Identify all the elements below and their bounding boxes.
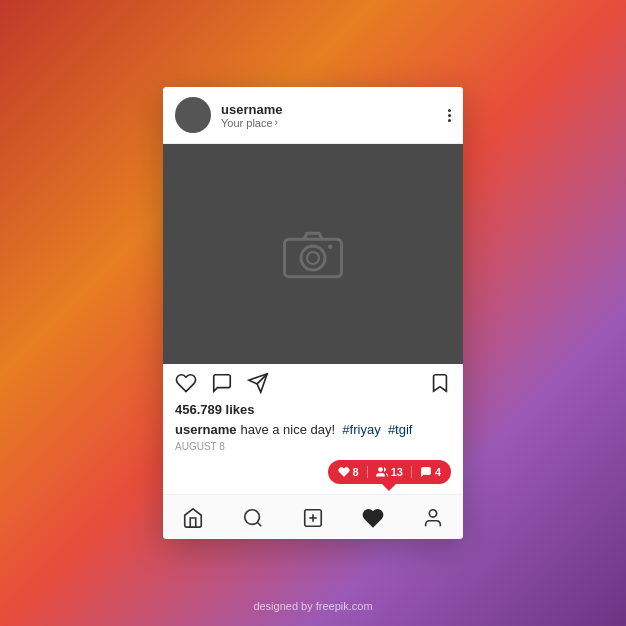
more-options-button[interactable] bbox=[448, 109, 451, 122]
post-location: Your place › bbox=[221, 117, 448, 129]
hashtag-tgif[interactable]: #tgif bbox=[388, 422, 413, 437]
svg-point-1 bbox=[301, 246, 325, 270]
avatar[interactable] bbox=[175, 97, 211, 133]
share-button[interactable] bbox=[247, 372, 269, 394]
likes-section: 456.789 likes bbox=[163, 398, 463, 420]
followers-notification-count: 13 bbox=[391, 466, 403, 478]
caption-username[interactable]: username bbox=[175, 422, 236, 437]
camera-icon bbox=[283, 222, 343, 286]
likes-count[interactable]: 456.789 likes bbox=[175, 402, 255, 417]
post-username[interactable]: username bbox=[221, 102, 448, 117]
post-header: username Your place › bbox=[163, 87, 463, 144]
notification-area: 8 13 4 bbox=[163, 460, 463, 494]
hashtag-friyay[interactable]: #friyay bbox=[342, 422, 380, 437]
followers-notification: 13 bbox=[376, 466, 403, 478]
nav-home-button[interactable] bbox=[178, 503, 208, 533]
likes-notification: 8 bbox=[338, 466, 359, 478]
chevron-right-icon: › bbox=[275, 117, 278, 128]
post-image-area bbox=[163, 144, 463, 364]
post-date: august 8 bbox=[163, 439, 463, 460]
comments-notification: 4 bbox=[420, 466, 441, 478]
watermark: designed by freepik.com bbox=[253, 600, 372, 612]
comments-notification-count: 4 bbox=[435, 466, 441, 478]
nav-profile-button[interactable] bbox=[418, 503, 448, 533]
nav-add-button[interactable] bbox=[298, 503, 328, 533]
svg-point-7 bbox=[245, 510, 260, 525]
like-button[interactable] bbox=[175, 372, 197, 394]
svg-point-3 bbox=[328, 245, 333, 250]
comment-button[interactable] bbox=[211, 372, 233, 394]
svg-point-2 bbox=[307, 252, 319, 264]
svg-point-12 bbox=[429, 510, 436, 517]
nav-heart-button[interactable] bbox=[358, 503, 388, 533]
bookmark-button[interactable] bbox=[429, 372, 451, 394]
svg-point-6 bbox=[378, 468, 382, 472]
caption-text: have a nice day! bbox=[240, 422, 335, 437]
caption-section: usernamehave a nice day! #friyay #tgif bbox=[163, 420, 463, 439]
likes-notification-count: 8 bbox=[353, 466, 359, 478]
notification-bubble: 8 13 4 bbox=[328, 460, 452, 484]
header-info: username Your place › bbox=[221, 102, 448, 129]
instagram-card: username Your place › bbox=[163, 87, 463, 539]
svg-line-8 bbox=[257, 522, 261, 526]
action-bar bbox=[163, 364, 463, 398]
bottom-nav bbox=[163, 494, 463, 539]
nav-search-button[interactable] bbox=[238, 503, 268, 533]
